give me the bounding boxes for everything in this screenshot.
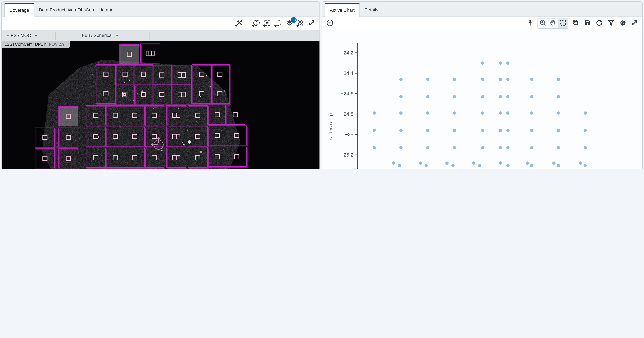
scatter-point[interactable]: [530, 78, 533, 81]
tools-button[interactable]: [235, 19, 244, 28]
settings-button[interactable]: [618, 19, 627, 28]
moc-tile[interactable]: [120, 44, 140, 65]
scatter-point[interactable]: [557, 111, 560, 115]
scatter-point[interactable]: [526, 161, 529, 165]
tab-details[interactable]: Details: [360, 3, 383, 17]
scatter-point[interactable]: [499, 129, 502, 132]
scatter-point[interactable]: [557, 164, 560, 167]
pin-icon: [526, 19, 534, 28]
scatter-point[interactable]: [499, 61, 502, 65]
pin-button[interactable]: [526, 19, 534, 28]
scatter-point[interactable]: [579, 161, 582, 165]
coord-system-dropdown[interactable]: Equ / Spherical: [82, 33, 118, 38]
unlink-button[interactable]: [296, 19, 305, 28]
pan-hand-button[interactable]: [548, 19, 558, 28]
scatter-point[interactable]: [506, 61, 510, 65]
scatter-point[interactable]: [400, 111, 403, 115]
filter-button[interactable]: [607, 19, 616, 28]
scatter-point[interactable]: [499, 78, 502, 81]
tab-data-product[interactable]: Data Product: ivoa.ObsCore - data-int: [34, 3, 120, 17]
scatter-point[interactable]: [499, 161, 502, 165]
scatter-point[interactable]: [506, 164, 510, 167]
scatter-point[interactable]: [557, 95, 560, 98]
scatter-point[interactable]: [481, 129, 484, 132]
scatter-point[interactable]: [481, 95, 484, 98]
restart-button[interactable]: [595, 19, 604, 28]
scatter-point[interactable]: [453, 129, 456, 132]
add-chart-button[interactable]: [326, 19, 334, 28]
zoom-1x-button[interactable]: 1X: [572, 19, 580, 28]
scatter-point[interactable]: [426, 146, 429, 149]
palette-button[interactable]: [252, 19, 261, 28]
scatter-point[interactable]: [372, 146, 376, 149]
tab-details-label: Details: [364, 7, 378, 12]
scatter-point[interactable]: [506, 129, 510, 132]
scatter-point[interactable]: [478, 164, 481, 167]
scatter-point[interactable]: [530, 95, 533, 98]
scatter-point[interactable]: [506, 111, 510, 115]
scatter-point[interactable]: [584, 164, 587, 167]
hips-moc-dropdown[interactable]: HiPS / MOC: [6, 33, 37, 38]
scatter-point[interactable]: [453, 78, 456, 81]
scatter-point[interactable]: [499, 111, 502, 115]
scatter-point[interactable]: [400, 129, 403, 132]
chart-mode-group: [538, 18, 568, 29]
scatter-point[interactable]: [426, 95, 429, 98]
select-region-button[interactable]: [274, 19, 283, 28]
moc-tile[interactable]: [58, 107, 79, 127]
scatter-point[interactable]: [481, 111, 484, 115]
scatter-point[interactable]: [530, 111, 533, 115]
scatter-point[interactable]: [506, 146, 510, 149]
scatter-point[interactable]: [584, 146, 587, 149]
scatter-chart[interactable]: −24.2−24.4−24.6−24.8−25−25.2−25.4−25.695…: [322, 30, 642, 169]
scatter-point[interactable]: [481, 61, 484, 65]
scatter-point[interactable]: [400, 146, 403, 149]
expand-button[interactable]: [308, 19, 316, 28]
scatter-point[interactable]: [453, 95, 456, 98]
scatter-point[interactable]: [426, 111, 429, 115]
scatter-point[interactable]: [446, 161, 449, 165]
layers-button[interactable]: 13: [285, 19, 294, 28]
scatter-point[interactable]: [552, 161, 556, 165]
scatter-point[interactable]: [451, 164, 454, 167]
sky-map-canvas[interactable]: [2, 41, 320, 169]
scatter-point[interactable]: [426, 129, 429, 132]
tab-coverage[interactable]: Coverage: [4, 3, 34, 17]
scatter-point[interactable]: [530, 129, 533, 132]
scatter-point[interactable]: [426, 78, 429, 81]
scatter-point[interactable]: [425, 164, 428, 167]
scatter-point[interactable]: [530, 146, 533, 149]
scatter-point[interactable]: [481, 78, 484, 81]
scatter-point[interactable]: [398, 164, 401, 167]
scatter-point[interactable]: [530, 164, 533, 167]
scatter-point[interactable]: [499, 146, 502, 149]
scatter-point[interactable]: [481, 146, 484, 149]
tab-divider: [120, 5, 120, 14]
scatter-point[interactable]: [400, 78, 403, 81]
expand-button[interactable]: [630, 19, 639, 28]
scatter-point[interactable]: [506, 95, 510, 98]
recenter-button[interactable]: [263, 19, 272, 28]
scatter-point[interactable]: [453, 111, 456, 115]
scatter-point[interactable]: [453, 146, 456, 149]
scatter-point[interactable]: [418, 161, 422, 165]
scatter-point[interactable]: [506, 78, 510, 81]
scatter-point[interactable]: [400, 95, 403, 98]
save-button[interactable]: [583, 19, 592, 28]
scatter-point[interactable]: [392, 161, 395, 165]
scatter-point[interactable]: [472, 161, 475, 165]
scatter-point[interactable]: [557, 129, 560, 132]
scatter-point[interactable]: [584, 129, 587, 132]
scatter-point[interactable]: [584, 111, 587, 115]
scatter-point[interactable]: [499, 95, 502, 98]
scatter-point[interactable]: [557, 146, 560, 149]
select-area-button[interactable]: [558, 19, 568, 28]
scatter-point[interactable]: [557, 78, 560, 81]
scatter-point[interactable]: [372, 111, 376, 115]
moc-tile[interactable]: [206, 169, 226, 169]
zoom-in-button[interactable]: [538, 19, 548, 28]
sky-map[interactable]: LSSTComCam: DP1 r FOV:2.9° EQ-J2000: Cli…: [2, 41, 320, 169]
chart-toolbar: 1X: [322, 17, 642, 30]
scatter-point[interactable]: [372, 129, 376, 132]
tab-active-chart[interactable]: Active Chart: [325, 3, 360, 17]
